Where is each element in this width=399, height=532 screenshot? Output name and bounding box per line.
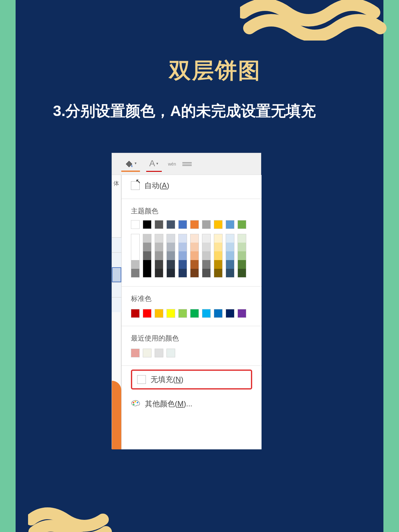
color-swatch[interactable] <box>202 234 211 243</box>
color-swatch[interactable] <box>214 260 223 269</box>
chevron-down-icon: ▼ <box>134 162 137 165</box>
color-swatch[interactable] <box>190 234 199 243</box>
color-swatch[interactable] <box>131 349 140 357</box>
color-swatch[interactable] <box>214 220 223 229</box>
color-swatch[interactable] <box>178 243 187 251</box>
color-swatch[interactable] <box>131 251 140 260</box>
standard-colors-label: 标准色 <box>122 289 262 307</box>
color-swatch[interactable] <box>190 260 199 269</box>
row-header-selected[interactable] <box>112 267 121 282</box>
color-swatch[interactable] <box>131 220 140 229</box>
divider <box>122 286 262 287</box>
color-swatch[interactable] <box>178 260 187 269</box>
color-swatch[interactable] <box>238 260 246 269</box>
color-swatch[interactable] <box>155 243 163 251</box>
app-screenshot: ▼ A ▼ wén 体 <box>112 153 261 449</box>
no-fill-option[interactable]: 无填充(N) <box>131 370 252 389</box>
color-swatch[interactable] <box>190 309 199 318</box>
color-swatch[interactable] <box>143 269 151 278</box>
color-swatch[interactable] <box>155 309 163 318</box>
color-swatch[interactable] <box>214 234 223 243</box>
color-swatch[interactable] <box>202 251 211 260</box>
color-swatch[interactable] <box>190 251 199 260</box>
color-swatch[interactable] <box>143 220 151 229</box>
pinyin-button[interactable]: wén <box>168 162 176 167</box>
color-swatch[interactable] <box>190 220 199 229</box>
color-swatch[interactable] <box>214 309 223 318</box>
color-swatch[interactable] <box>226 243 234 251</box>
recent-color-row <box>122 346 262 363</box>
color-swatch[interactable] <box>155 251 163 260</box>
color-swatch[interactable] <box>131 309 140 318</box>
color-swatch[interactable] <box>143 234 151 243</box>
color-swatch[interactable] <box>226 269 234 278</box>
row-header[interactable] <box>112 297 121 312</box>
color-swatch[interactable] <box>238 234 246 243</box>
row-header[interactable] <box>112 237 121 252</box>
color-swatch[interactable] <box>214 243 223 251</box>
color-swatch[interactable] <box>166 220 175 229</box>
color-swatch[interactable] <box>178 234 187 243</box>
color-swatch[interactable] <box>178 251 187 260</box>
color-swatch[interactable] <box>143 251 151 260</box>
no-fill-swatch <box>137 375 146 384</box>
color-swatch[interactable] <box>226 260 234 269</box>
chart-slice-preview <box>112 381 121 449</box>
color-swatch[interactable] <box>238 243 246 251</box>
color-swatch[interactable] <box>202 243 211 251</box>
auto-label: 自动(A) <box>144 181 169 191</box>
color-swatch[interactable] <box>190 269 199 278</box>
color-swatch[interactable] <box>202 260 211 269</box>
font-color-button[interactable]: A ▼ <box>146 156 162 172</box>
color-swatch[interactable] <box>178 269 187 278</box>
color-swatch[interactable] <box>131 269 140 278</box>
row-header[interactable] <box>112 282 121 297</box>
color-swatch[interactable] <box>166 234 175 243</box>
color-swatch[interactable] <box>238 251 246 260</box>
color-swatch[interactable] <box>155 220 163 229</box>
recent-colors-label: 最近使用的颜色 <box>122 329 262 346</box>
content-panel: 双层饼图 3.分别设置颜色，A的未完成设置无填充 ▼ A ▼ wén <box>16 0 383 532</box>
color-swatch[interactable] <box>155 349 163 357</box>
color-swatch[interactable] <box>166 260 175 269</box>
color-swatch[interactable] <box>155 269 163 278</box>
color-swatch[interactable] <box>214 269 223 278</box>
color-swatch[interactable] <box>202 269 211 278</box>
color-swatch[interactable] <box>166 349 175 357</box>
color-swatch[interactable] <box>143 260 151 269</box>
color-swatch[interactable] <box>202 220 211 229</box>
color-swatch[interactable] <box>166 243 175 251</box>
color-swatch[interactable] <box>166 251 175 260</box>
color-swatch[interactable] <box>202 309 211 318</box>
svg-point-2 <box>137 402 138 404</box>
color-swatch[interactable] <box>155 234 163 243</box>
color-swatch[interactable] <box>238 220 246 229</box>
color-swatch[interactable] <box>226 234 234 243</box>
color-swatch[interactable] <box>166 269 175 278</box>
divider <box>122 365 262 366</box>
color-swatch[interactable] <box>143 309 151 318</box>
color-swatch[interactable] <box>238 309 246 318</box>
color-swatch[interactable] <box>226 220 234 229</box>
fill-color-button[interactable]: ▼ <box>121 156 140 172</box>
color-swatch[interactable] <box>238 269 246 278</box>
align-button[interactable] <box>182 162 192 166</box>
page-title: 双层饼图 <box>31 56 399 85</box>
color-swatch[interactable] <box>178 220 187 229</box>
color-swatch[interactable] <box>226 309 234 318</box>
color-swatch[interactable] <box>143 349 151 357</box>
color-swatch[interactable] <box>143 243 151 251</box>
color-swatch[interactable] <box>131 243 140 251</box>
color-dropdown-panel: ↖ 自动(A) 主题颜色 标准色 最近使用的颜色 无填充(N) <box>121 175 262 449</box>
color-swatch[interactable] <box>214 251 223 260</box>
color-swatch[interactable] <box>178 309 187 318</box>
auto-color-option[interactable]: ↖ 自动(A) <box>122 175 262 196</box>
color-swatch[interactable] <box>131 234 140 243</box>
color-swatch[interactable] <box>155 260 163 269</box>
color-swatch[interactable] <box>226 251 234 260</box>
row-header[interactable] <box>112 252 121 267</box>
more-colors-option[interactable]: 其他颜色(M)... <box>122 393 262 414</box>
color-swatch[interactable] <box>166 309 175 318</box>
color-swatch[interactable] <box>190 243 199 251</box>
color-swatch[interactable] <box>131 260 140 269</box>
